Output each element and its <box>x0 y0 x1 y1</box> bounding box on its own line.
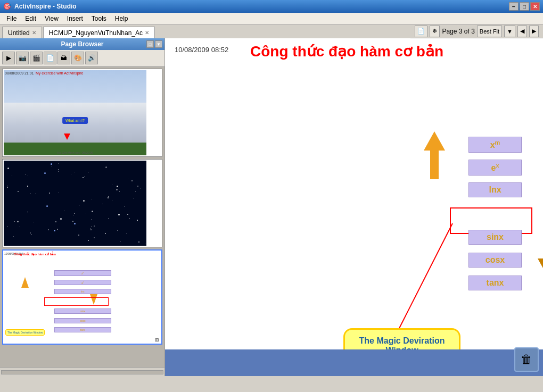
trash-icon[interactable]: 🗑 <box>514 347 539 372</box>
thumb-2-starfield <box>4 161 146 246</box>
tool-camera[interactable]: 📷 <box>16 52 29 64</box>
magic-window[interactable]: The Magic Deviration Window <box>343 328 460 349</box>
tool-palette[interactable]: 🎨 <box>71 52 84 64</box>
thumb-3-content: 10/08/2009 08:5 Công thức đạo hàm cơ bản… <box>4 252 147 337</box>
sidebar-scrollbar-v[interactable] <box>157 376 165 392</box>
formula-xm-exp: m <box>495 139 500 146</box>
svg-line-0 <box>399 223 452 328</box>
canvas-main[interactable]: 10/08/2009 08:52 Công thức đạo hàm cơ bả… <box>165 38 543 349</box>
tab-hcmup[interactable]: HCMUP_NguyenVuThuNhan_Ac ✕ <box>43 27 155 38</box>
menu-bar: File Edit View Insert Tools Help <box>0 13 543 24</box>
formula-cosx-label: cosx <box>486 255 505 264</box>
flipchart-icon-btn[interactable]: 📄 <box>415 26 427 37</box>
app-icon: 🎯 <box>3 3 11 10</box>
thumb-1-blue-box: What am I? <box>62 117 88 124</box>
thumb-3-btn-xm: xm <box>54 270 111 276</box>
tab-hcmup-label: HCMUP_NguyenVuThuNhan_Ac <box>49 29 143 37</box>
close-button[interactable]: ✕ <box>530 2 540 11</box>
maximize-button[interactable]: □ <box>520 2 529 11</box>
fit-dropdown[interactable]: ▼ <box>504 26 515 37</box>
title-bar: 🎯 ActivInspire - Studio − □ ✕ <box>0 0 543 13</box>
main-layout: Page Browser □ ▼ ▶ 📷 🎬 📄 🏔 🎨 🔊 <box>0 38 543 376</box>
canvas-area: 10/08/2009 08:52 Công thức đạo hàm cơ bả… <box>165 38 543 376</box>
formula-sinx-label: sinx <box>487 232 504 241</box>
fit-option-btn[interactable]: Best Fit <box>477 26 502 37</box>
formula-tanx[interactable]: tanx <box>468 276 522 290</box>
menu-insert[interactable]: Insert <box>63 14 87 23</box>
page-thumb-3[interactable]: 10/08/2009 08:5 Công thức đạo hàm cơ bản… <box>2 249 162 345</box>
formula-cosx[interactable]: cosx <box>468 253 522 268</box>
tool-landscape[interactable]: 🏔 <box>57 52 70 64</box>
thumb-3-magic: The Magic Deviration Window <box>5 329 45 336</box>
arrow-down-container <box>538 230 543 278</box>
page-thumb-2[interactable] <box>2 159 162 247</box>
menu-edit[interactable]: Edit <box>21 14 40 23</box>
thumb-2-image <box>4 161 146 246</box>
sidebar-title: Page Browser <box>61 40 103 48</box>
fit-next[interactable]: ▶ <box>529 26 539 37</box>
formula-sinx[interactable]: sinx <box>468 230 522 245</box>
sidebar-scrollbar-h[interactable] <box>0 368 164 376</box>
app-title: ActivInspire - Studio <box>14 3 77 10</box>
activote-icon-btn[interactable]: ❄ <box>430 26 440 37</box>
menu-tools[interactable]: Tools <box>87 14 111 23</box>
minimize-button[interactable]: − <box>509 2 519 11</box>
tab-hcmup-close[interactable]: ✕ <box>145 30 149 36</box>
page-info: Page 3 of 3 <box>442 28 474 35</box>
tab-bar: Untitled ✕ HCMUP_NguyenVuThuNhan_Ac ✕ <box>0 24 410 38</box>
tool-video[interactable]: 🎬 <box>30 52 43 64</box>
arrow-up-container <box>424 131 445 179</box>
formula-tanx-label: tanx <box>487 278 504 287</box>
title-bar-left: 🎯 ActivInspire - Studio <box>3 3 77 10</box>
canvas-bottom-strip: 🗑 <box>165 349 543 376</box>
fit-prev[interactable]: ◀ <box>517 26 527 37</box>
magic-window-text: The Magic Deviration Window <box>359 336 445 349</box>
thumb-1-image: 08/08/2009 21:01 My exercise with ActivI… <box>4 70 146 155</box>
formula-xm[interactable]: xm <box>468 137 522 153</box>
sidebar-header-controls: □ ▼ <box>146 40 162 48</box>
thumb-1-date-label: 08/08/2009 21:01 <box>5 71 34 75</box>
canvas-title: Công thức đạo hàm cơ bản <box>250 43 443 60</box>
thumb-3-btn-cosx: cosx <box>54 318 111 323</box>
orange-arrow-up <box>424 131 445 179</box>
tab-untitled-label: Untitled <box>8 29 30 37</box>
sidebar-header: Page Browser □ ▼ <box>0 38 164 50</box>
thumb-3-image: 10/08/2009 08:5 Công thức đạo hàm cơ bản… <box>4 252 147 337</box>
tab-untitled[interactable]: Untitled ✕ <box>2 27 42 38</box>
thumb-3-title: Công thức đạo hàm cơ bản <box>14 252 56 256</box>
tab-untitled-close[interactable]: ✕ <box>32 30 36 36</box>
scrollbar-track-h[interactable] <box>1 370 163 374</box>
sidebar-toolbar: ▶ 📷 🎬 📄 🏔 🎨 🔊 <box>0 50 164 66</box>
page-thumb-1[interactable]: 08/08/2009 21:01 My exercise with ActivI… <box>2 69 162 157</box>
thumb-1-sky-gradient <box>4 70 146 103</box>
canvas-timestamp: 10/08/2009 08:52 <box>175 46 228 54</box>
tool-page[interactable]: 📄 <box>44 52 56 64</box>
toolbar-right: 📄 ❄ Page 3 of 3 Best Fit ▼ ◀ ▶ <box>410 24 543 38</box>
formula-lnx[interactable]: lnx <box>468 182 522 197</box>
sidebar-menu-btn[interactable]: ▼ <box>155 40 162 48</box>
formula-ex[interactable]: ex <box>468 160 522 176</box>
thumb-3-red-rect <box>44 297 109 306</box>
orange-arrow-down <box>538 230 543 278</box>
formula-ex-exp: x <box>496 162 499 169</box>
sidebar: Page Browser □ ▼ ▶ 📷 🎬 📄 🏔 🎨 🔊 <box>0 38 165 376</box>
tool-sound[interactable]: 🔊 <box>85 52 98 64</box>
thumb-1-bottom-label: Ho Chi Minh city, 08/2009 <box>57 151 93 154</box>
thumb-3-expand-btn[interactable]: ⊞ <box>155 337 159 343</box>
thumb-3-arrow-up <box>21 277 29 288</box>
formula-xm-base: x <box>490 140 495 149</box>
title-bar-controls: − □ ✕ <box>509 2 540 11</box>
thumb-3-btn-sinx: sinx <box>54 308 111 314</box>
trash-glyph: 🗑 <box>521 353 532 366</box>
thumb-3-btn-lnx: lnx <box>54 289 111 294</box>
sidebar-expand-btn[interactable]: □ <box>146 40 154 48</box>
page-thumbnails[interactable]: 08/08/2009 21:01 My exercise with ActivI… <box>0 66 164 368</box>
formula-lnx-label: lnx <box>489 185 501 194</box>
menu-view[interactable]: View <box>40 14 63 23</box>
tool-play[interactable]: ▶ <box>2 52 15 64</box>
thumb-3-btn-tanx: tanx <box>54 327 111 332</box>
thumb-1-title-label: My exercise with ActivInspire <box>36 71 83 75</box>
menu-file[interactable]: File <box>2 14 21 23</box>
thumb-1-content: 08/08/2009 21:01 My exercise with ActivI… <box>4 70 146 155</box>
menu-help[interactable]: Help <box>111 14 133 23</box>
